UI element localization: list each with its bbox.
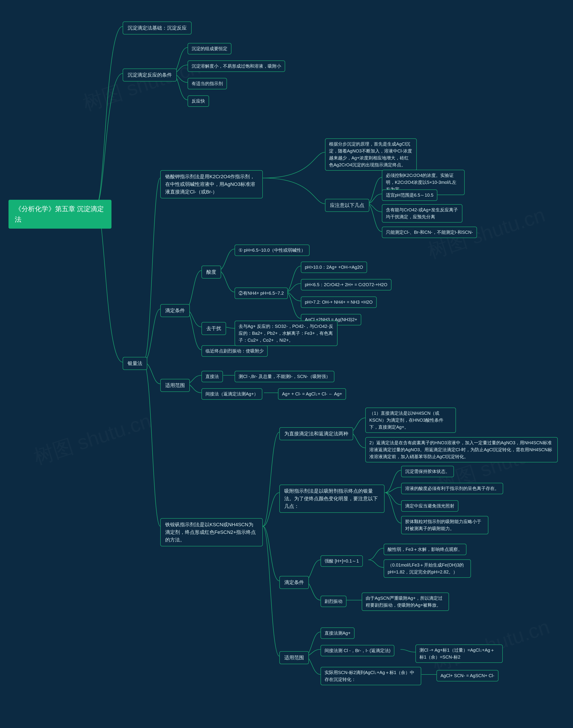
node-cond-a[interactable]: 沉淀的组成要恒定 bbox=[188, 43, 231, 54]
node-iron-adsorb-4[interactable]: 胶体颗粒对指示剂的吸附能力应略小于对被测离子的吸附能力。 bbox=[401, 516, 488, 534]
node-iron-adsorb-2[interactable]: 溶液的酸度必须有利于指示剂的呈色离子存在。 bbox=[401, 483, 503, 494]
node-iron-acid-b[interactable]: （0.01mol/LFe3＋开始生成Fe(OH)3的pH=1.82，沉淀完全的p… bbox=[384, 560, 471, 578]
node-iron-scope-3[interactable]: 实际用SCN-标2滴到AgCl↓+Ag＋标1（余）中存在沉淀转化： bbox=[320, 667, 421, 685]
node-iron-shake[interactable]: 剧烈振动 bbox=[320, 596, 347, 607]
root-node[interactable]: 《分析化学》第五章 沉淀滴定法 bbox=[8, 200, 111, 229]
node-iron-scope[interactable]: 适用范围 bbox=[279, 651, 309, 664]
node-iron-cond[interactable]: 滴定条件 bbox=[279, 576, 309, 589]
mindmap-canvas: 树图 shutu.cn 树图 shutu.cn 树图 shutu.cn 树图 s… bbox=[0, 0, 573, 728]
node-iron-adsorb-3[interactable]: 滴定中应当避免强光照射 bbox=[401, 500, 458, 512]
node-iron-direct[interactable]: （1）直接滴定法是以NH4SCN（或KSCN）为滴定剂，在HNO3酸性条件下，直… bbox=[365, 407, 456, 433]
node-ph-2[interactable]: ②有NH4+ pH=6.5~7.2 bbox=[235, 288, 288, 299]
node-scope-direct-v[interactable]: 测Cl -,Br- 及总量，不能测I-，SCN-（吸附强） bbox=[235, 371, 334, 382]
node-chromate-note-2[interactable]: 适宜pH范围是6.5～10.5 bbox=[382, 189, 437, 201]
node-titration-cond[interactable]: 滴定条件 bbox=[160, 304, 190, 317]
node-iron-back[interactable]: 2）返滴定法是在含有卤素离子的HNO3溶液中，加入一定量过量的AgNO3，用NH… bbox=[365, 437, 558, 463]
node-scope-indirect-v[interactable]: Ag+ + Cl- = AgCl↓+ Cl- ← Ag+ bbox=[278, 388, 346, 400]
node-iron-adsorb-1[interactable]: 沉淀需保持胶体状态。 bbox=[401, 466, 454, 477]
node-chromate-principle[interactable]: 根据分步沉淀的原理，首先是生成AgCl沉淀，随着AgNO3不断加入，溶液中Cl-… bbox=[325, 138, 417, 171]
node-iron-scope-3a[interactable]: AgCl+ SCN- = AgSCN+ Cl- bbox=[436, 670, 499, 681]
edges bbox=[0, 0, 573, 728]
node-iron-acid-a[interactable]: 酸性弱，Fe3＋水解，影响终点观察。 bbox=[384, 544, 466, 555]
node-cond-b[interactable]: 沉淀溶解度小，不易形成过饱和溶液，吸附小 bbox=[188, 60, 285, 72]
node-ferric-alum[interactable]: 铁铵矾指示剂法是以KSCN或NH4SCN为滴定剂，终点形成红色FeSCN2+指示… bbox=[160, 518, 263, 546]
node-iron-methods[interactable]: 为直接滴定法和返滴定法两种 bbox=[279, 427, 353, 440]
node-chromate-notes[interactable]: 应注意以下几点 bbox=[325, 199, 369, 212]
node-iron-acid[interactable]: 强酸 [H+]=0.1～1 bbox=[320, 555, 363, 567]
watermark: 树图 shutu.cn bbox=[79, 53, 204, 117]
node-chromate-note-4[interactable]: 只能测定Cl-、Br-和CN-，不能测定I-和SCN- bbox=[382, 227, 477, 238]
node-iron-shake-a[interactable]: 由于AgSCN严重吸附Ag+，所以滴定过程要剧烈振动，使吸附的Ag+被释放。 bbox=[362, 592, 449, 611]
node-ph-2c[interactable]: pH>7.2: OH-+ NH4+ = NH3 +H2O bbox=[301, 296, 377, 308]
node-acidity[interactable]: 酸度 bbox=[201, 265, 221, 279]
watermark: 树图 shutu.cn bbox=[30, 407, 154, 471]
node-iron-adsorb[interactable]: 吸附指示剂法是以吸附剂指示终点的银量法。为了使终点颜色变化明显，要注意以下几点： bbox=[279, 485, 384, 513]
node-scope-direct[interactable]: 直接法 bbox=[201, 371, 223, 382]
node-scope-indirect[interactable]: 间接法（返滴定法测Ag+） bbox=[201, 388, 262, 400]
node-conditions[interactable]: 沉淀滴定反应的条件 bbox=[123, 68, 177, 82]
node-interference-detail[interactable]: 去与Ag+ 反应的：SO32-，PO42-，与CrO42-反应的：Ba2+，Pb… bbox=[235, 321, 337, 346]
node-chromate[interactable]: 铬酸钾指示剂法是用K2Cr2O4作指示剂，在中性或弱碱性溶液中，用AgNO3标准… bbox=[160, 170, 263, 198]
node-cond-d[interactable]: 反应快 bbox=[188, 95, 209, 107]
node-ph-2b[interactable]: pH<6.5：2CrO42-+ 2H+ = Cr2O72-+H2O bbox=[301, 279, 392, 290]
node-iron-scope-1[interactable]: 直接法测Ag+ bbox=[320, 627, 355, 639]
node-silver-method[interactable]: 银量法 bbox=[123, 357, 147, 370]
node-scope[interactable]: 适用范围 bbox=[160, 379, 190, 392]
node-shake[interactable]: 临近终点剧烈振动：使吸附少 bbox=[201, 345, 268, 357]
node-iron-scope-2a[interactable]: 测Cl -+ Ag+标1（过量）=AgCl↓+Ag＋标1（余）=SCN-标2 bbox=[415, 644, 503, 663]
node-cond-c[interactable]: 有适当的指示剂 bbox=[188, 78, 227, 89]
node-basis[interactable]: 沉淀滴定法基础：沉淀反应 bbox=[123, 21, 192, 35]
node-iron-scope-2[interactable]: 间接法测 Cl -，Br-，I- (返滴定法) bbox=[320, 645, 395, 657]
node-ph-1[interactable]: ① pH=6.5~10.0（中性或弱碱性） bbox=[235, 245, 310, 256]
node-interference[interactable]: 去干扰 bbox=[201, 322, 226, 335]
node-chromate-note-3[interactable]: 含有能与CrO42-或Ag+发生反应离子均干扰滴定，应预先分离 bbox=[382, 204, 462, 223]
node-ph-2a[interactable]: pH>10.0：2Ag+ +OH-=Ag2O bbox=[301, 261, 367, 273]
